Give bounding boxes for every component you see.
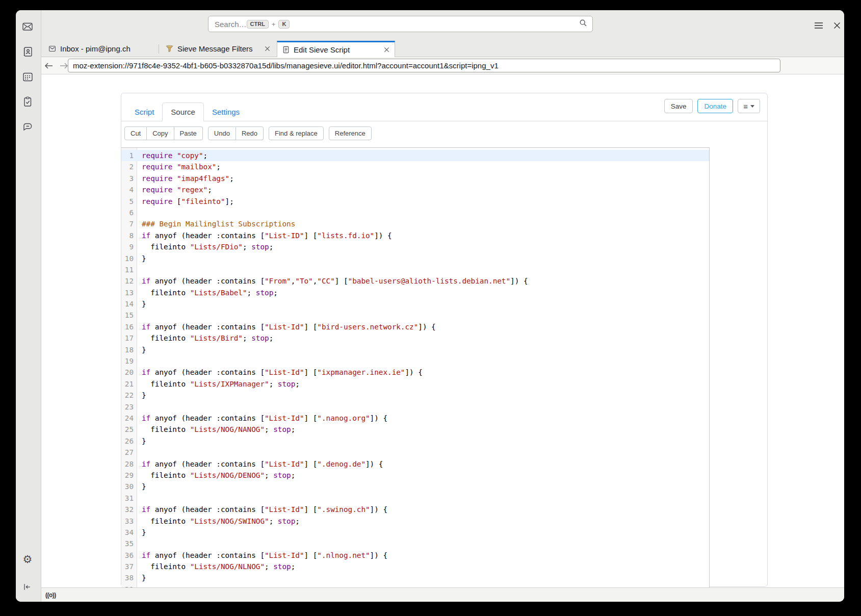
code-text[interactable]: if anyof (header :contains ["List-Id"] [… <box>137 458 383 470</box>
toolbar-group: CutCopyPaste <box>124 126 203 140</box>
code-text[interactable]: if anyof (header :contains ["List-Id"] [… <box>137 413 387 424</box>
code-line: 39 <box>121 584 709 587</box>
code-text[interactable]: require "mailbox"; <box>137 161 221 172</box>
code-line: 33 fileinto "Lists/NOG/SWINOG"; stop; <box>121 516 709 527</box>
code-editor[interactable]: 1require "copy";2require "mailbox";3requ… <box>121 147 710 587</box>
code-text[interactable]: } <box>137 572 146 583</box>
find-replace-button[interactable]: Find & replace <box>269 126 324 140</box>
code-text[interactable]: fileinto "Lists/NOG/DENOG"; stop; <box>137 470 295 481</box>
tab-edit-sieve-script[interactable]: Edit Sieve Script <box>277 41 395 57</box>
tab-inbox-pim-ipng-ch[interactable]: Inbox - pim@ipng.ch <box>43 41 158 57</box>
editor-tab-script[interactable]: Script <box>126 103 162 121</box>
code-text[interactable]: } <box>137 344 146 355</box>
code-line: 31 <box>121 493 709 504</box>
line-number: 26 <box>121 435 137 447</box>
code-text[interactable]: if anyof (header :contains ["List-ID"] [… <box>137 230 392 241</box>
code-text[interactable]: if anyof (header :contains ["List-Id"] [… <box>137 321 436 332</box>
code-line: 25 fileinto "Lists/NOG/NANOG"; stop; <box>121 424 709 435</box>
kbd-plus: + <box>272 20 276 28</box>
code-text[interactable] <box>137 447 142 458</box>
reference-button[interactable]: Reference <box>329 126 372 140</box>
back-icon[interactable] <box>42 60 55 72</box>
tab-sieve-message-filters[interactable]: Sieve Message Filters <box>161 41 275 57</box>
code-line: 13 fileinto "Lists/Babel"; stop; <box>121 287 709 298</box>
url-input[interactable] <box>68 59 780 72</box>
collapse-sidebar-icon[interactable] <box>20 580 34 594</box>
code-text[interactable]: fileinto "Lists/Babel"; stop; <box>137 287 278 298</box>
code-text[interactable] <box>137 493 142 504</box>
sidebar-item-address-book[interactable] <box>20 44 35 59</box>
paste-button[interactable]: Paste <box>174 126 203 140</box>
chat-icon <box>21 120 34 133</box>
code-text[interactable]: } <box>137 253 146 264</box>
code-text[interactable]: require "regex"; <box>137 184 212 195</box>
line-number: 12 <box>121 275 137 287</box>
code-text[interactable]: fileinto "Lists/NOG/NLNOG"; stop; <box>137 561 295 572</box>
gear-icon[interactable]: ⚙ <box>20 552 35 567</box>
code-line: 20if anyof (header :contains ["List-Id"]… <box>121 367 709 378</box>
editor-toolbar: CutCopyPasteUndoRedoFind & replaceRefere… <box>121 121 767 140</box>
global-search-input[interactable]: Search… CTRL + K <box>208 16 593 32</box>
code-text[interactable]: fileinto "Lists/NOG/NANOG"; stop; <box>137 424 295 435</box>
undo-button[interactable]: Undo <box>208 126 236 140</box>
code-text[interactable]: if anyof (header :contains ["From","To",… <box>137 275 528 287</box>
tab-close-icon[interactable] <box>384 47 389 53</box>
line-number: 39 <box>121 584 137 587</box>
code-text[interactable]: require "copy"; <box>137 150 207 161</box>
redo-button[interactable]: Redo <box>236 126 264 140</box>
code-text[interactable]: } <box>137 298 146 310</box>
code-text[interactable] <box>137 355 142 367</box>
code-line: 6 <box>121 207 709 218</box>
line-number: 13 <box>121 287 137 298</box>
line-number: 7 <box>121 218 137 229</box>
tab-strip: Inbox - pim@ipng.chSieve Message Filters… <box>41 41 844 57</box>
line-number: 20 <box>121 367 137 378</box>
editor-menu-button[interactable]: ≡ <box>738 99 760 113</box>
code-text[interactable]: fileinto "Lists/Bird"; stop; <box>137 332 273 344</box>
cut-button[interactable]: Cut <box>124 126 147 140</box>
line-number: 14 <box>121 298 137 310</box>
window-close-icon[interactable] <box>830 18 844 33</box>
sidebar-item-calendar[interactable] <box>20 69 35 84</box>
save-button[interactable]: Save <box>664 99 693 113</box>
code-text[interactable]: } <box>137 435 146 447</box>
sidebar-item-tasks[interactable] <box>20 94 35 109</box>
sidebar-item-mail[interactable] <box>20 19 35 34</box>
code-text[interactable] <box>137 584 142 587</box>
search-icon <box>579 19 587 29</box>
code-text[interactable] <box>137 310 142 321</box>
code-text[interactable]: require ["fileinto"]; <box>137 196 234 207</box>
line-number: 32 <box>121 504 137 515</box>
calendar-icon <box>21 70 34 83</box>
tab-separator <box>159 44 159 54</box>
code-text[interactable]: } <box>137 481 146 492</box>
code-text[interactable]: if anyof (header :contains ["List-Id"] [… <box>137 504 387 515</box>
sieve-editor-panel: ScriptSourceSettings Save Donate ≡ CutCo… <box>121 93 768 587</box>
caret-down-icon <box>750 105 754 108</box>
code-text[interactable]: ### Begin Mailinglist Subscriptions <box>137 218 295 229</box>
editor-tab-settings[interactable]: Settings <box>204 103 248 121</box>
code-text[interactable]: fileinto "Lists/FDio"; stop; <box>137 241 273 252</box>
code-text[interactable]: if anyof (header :contains ["List-Id"] [… <box>137 550 387 561</box>
code-text[interactable] <box>137 264 142 275</box>
line-number: 27 <box>121 447 137 458</box>
line-number: 3 <box>121 173 137 184</box>
code-text[interactable] <box>137 401 142 413</box>
code-text[interactable]: } <box>137 527 146 538</box>
editor-tab-source[interactable]: Source <box>162 102 204 121</box>
code-text[interactable]: } <box>137 390 146 401</box>
code-text[interactable]: if anyof (header :contains ["List-Id"] [… <box>137 367 423 378</box>
line-number: 18 <box>121 344 137 355</box>
line-number: 31 <box>121 493 137 504</box>
code-line: 3require "imap4flags"; <box>121 173 709 184</box>
code-text[interactable]: require "imap4flags"; <box>137 173 234 184</box>
code-text[interactable]: fileinto "Lists/NOG/SWINOG"; stop; <box>137 516 300 527</box>
sidebar-item-chat[interactable] <box>20 119 35 134</box>
code-text[interactable]: fileinto "Lists/IXPManager"; stop; <box>137 378 300 390</box>
tab-close-icon[interactable] <box>265 46 270 52</box>
code-text[interactable] <box>137 538 142 549</box>
copy-button[interactable]: Copy <box>147 126 174 140</box>
donate-button[interactable]: Donate <box>697 99 733 113</box>
code-text[interactable] <box>137 207 142 218</box>
app-menu-icon[interactable] <box>812 18 826 33</box>
